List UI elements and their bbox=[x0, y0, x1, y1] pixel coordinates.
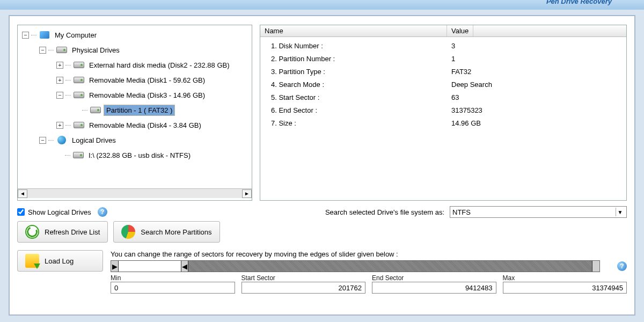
prop-row: 2. Partition Number :1 bbox=[260, 52, 626, 65]
drive-tree-panel: − My Computer − Physical Drives + Extern… bbox=[17, 25, 252, 201]
drive-icon bbox=[73, 61, 85, 69]
search-more-partitions-button[interactable]: Search More Partitions bbox=[113, 221, 219, 243]
prop-row: 1. Disk Number :3 bbox=[260, 39, 626, 52]
drive-icon bbox=[73, 76, 85, 84]
tree-disk4[interactable]: Removable Media (Disk4 - 3.84 GB) bbox=[87, 120, 203, 130]
prop-row: 5. Start Sector :63 bbox=[260, 91, 626, 104]
help-icon[interactable]: ? bbox=[617, 261, 627, 271]
computer-icon bbox=[39, 31, 50, 39]
filesystem-value: NTFS bbox=[452, 208, 471, 216]
scroll-right-icon[interactable]: ► bbox=[242, 189, 252, 198]
prop-row: 7. Size :14.96 GB bbox=[260, 116, 626, 129]
drive-icon bbox=[90, 106, 101, 114]
globe-icon bbox=[56, 136, 68, 144]
load-log-icon bbox=[25, 254, 39, 268]
max-label: Max bbox=[503, 274, 627, 282]
min-label: Min bbox=[111, 274, 235, 282]
chevron-down-icon: ▼ bbox=[616, 208, 624, 216]
tree-physical-drives[interactable]: Physical Drives bbox=[70, 45, 122, 55]
refresh-icon bbox=[25, 225, 39, 239]
expand-toggle[interactable]: + bbox=[56, 62, 63, 69]
sector-range-slider[interactable]: ▶ ◀ bbox=[111, 260, 600, 272]
app-title: Pen Drive Recovery bbox=[546, 0, 612, 5]
slider-handle-left-icon[interactable]: ▶ bbox=[111, 261, 119, 272]
drive-icon bbox=[72, 151, 84, 159]
refresh-drive-list-button[interactable]: Refresh Drive List bbox=[17, 221, 108, 243]
load-log-button[interactable]: Load Log bbox=[17, 250, 103, 272]
tree-my-computer[interactable]: My Computer bbox=[53, 30, 99, 40]
expand-toggle[interactable]: − bbox=[39, 47, 46, 54]
sector-hint: You can change the range of sectors for … bbox=[111, 250, 627, 258]
drive-icon bbox=[73, 121, 85, 129]
app-header: Pen Drive Recovery bbox=[0, 0, 644, 10]
expand-toggle[interactable]: + bbox=[56, 122, 63, 129]
show-logical-input[interactable] bbox=[17, 208, 25, 216]
min-sector-input[interactable] bbox=[111, 282, 235, 294]
properties-header: Name Value bbox=[260, 25, 626, 37]
tree-logical-i[interactable]: I:\ (232.88 GB - usb disk - NTFS) bbox=[86, 150, 193, 160]
tree-h-scrollbar[interactable]: ◄ ► bbox=[18, 188, 252, 198]
drive-tree[interactable]: − My Computer − Physical Drives + Extern… bbox=[18, 25, 252, 188]
end-sector-input[interactable] bbox=[372, 282, 496, 294]
expand-toggle[interactable]: − bbox=[39, 137, 46, 144]
scroll-left-icon[interactable]: ◄ bbox=[18, 189, 27, 198]
col-name[interactable]: Name bbox=[260, 25, 447, 36]
tree-disk3[interactable]: Removable Media (Disk3 - 14.96 GB) bbox=[87, 90, 207, 100]
col-value[interactable]: Value bbox=[447, 25, 473, 36]
end-sector-label: End Sector bbox=[372, 274, 496, 282]
start-sector-label: Start Sector bbox=[241, 274, 366, 282]
expand-toggle[interactable]: + bbox=[56, 77, 63, 84]
search-fs-label: Search selected Drive's file system as: bbox=[325, 208, 444, 216]
expand-toggle[interactable]: − bbox=[56, 92, 63, 99]
start-sector-input[interactable] bbox=[241, 282, 366, 294]
tree-logical-drives[interactable]: Logical Drives bbox=[70, 135, 118, 145]
main-frame: − My Computer − Physical Drives + Extern… bbox=[9, 15, 635, 316]
slider-handle-right-icon[interactable]: ◀ bbox=[181, 261, 188, 272]
tree-disk1[interactable]: Removable Media (Disk1 - 59.62 GB) bbox=[87, 75, 207, 85]
filesystem-select[interactable]: NTFS ▼ bbox=[450, 206, 627, 218]
show-logical-checkbox[interactable]: Show Logical Drives bbox=[17, 208, 91, 216]
prop-row: 4. Search Mode :Deep Search bbox=[260, 78, 626, 91]
properties-panel: Name Value 1. Disk Number :3 2. Partitio… bbox=[260, 25, 627, 201]
drive-icon bbox=[56, 46, 68, 54]
pie-chart-icon bbox=[121, 225, 135, 239]
help-icon[interactable]: ? bbox=[98, 207, 107, 217]
drive-icon bbox=[73, 91, 85, 99]
max-sector-input[interactable] bbox=[503, 282, 627, 294]
expand-toggle[interactable]: − bbox=[22, 32, 29, 39]
tree-disk2[interactable]: External hard disk media (Disk2 - 232.88… bbox=[87, 60, 232, 70]
prop-row: 3. Partition Type :FAT32 bbox=[260, 65, 626, 78]
tree-partition-selected[interactable]: Partition - 1 ( FAT32 ) bbox=[104, 105, 175, 116]
prop-row: 6. End Sector :31375323 bbox=[260, 104, 626, 116]
